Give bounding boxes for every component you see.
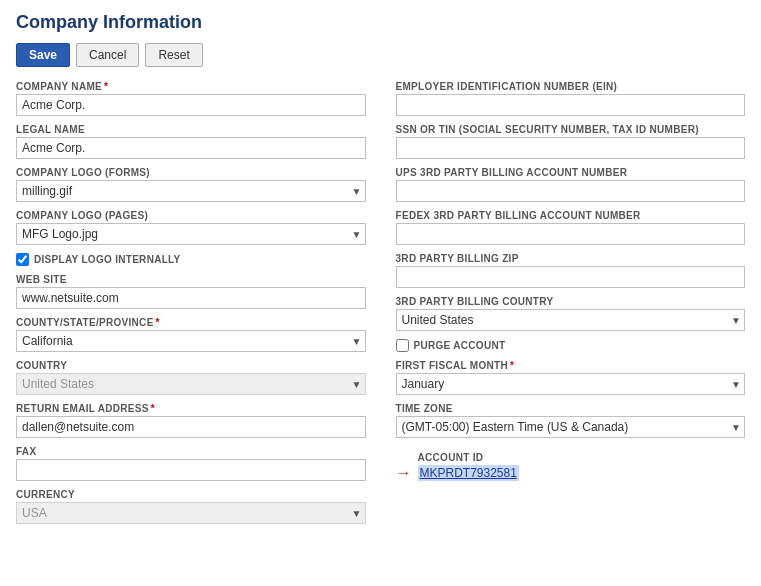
county-state-province-select[interactable]: California [16, 330, 366, 352]
company-logo-forms-wrapper: milling.gif ▼ [16, 180, 366, 202]
account-id-value[interactable]: MKPRDT7932581 [418, 465, 519, 481]
toolbar: Save Cancel Reset [16, 43, 745, 67]
ups-billing-input[interactable] [396, 180, 746, 202]
form-layout: COMPANY NAME* LEGAL NAME COMPANY LOGO (F… [16, 81, 745, 532]
billing-zip-label: 3RD PARTY BILLING ZIP [396, 253, 746, 264]
time-zone-select[interactable]: (GMT-05:00) Eastern Time (US & Canada) [396, 416, 746, 438]
county-state-province-label: COUNTY/STATE/PROVINCE* [16, 317, 366, 328]
currency-label: CURRENCY [16, 489, 366, 500]
ssn-tin-input[interactable] [396, 137, 746, 159]
first-fiscal-month-select[interactable]: January [396, 373, 746, 395]
country-field: COUNTRY United States ▼ [16, 360, 366, 395]
web-site-input[interactable] [16, 287, 366, 309]
ein-label: EMPLOYER IDENTIFICATION NUMBER (EIN) [396, 81, 746, 92]
purge-account-checkbox[interactable] [396, 339, 409, 352]
page-title: Company Information [16, 12, 745, 33]
company-logo-forms-select[interactable]: milling.gif [16, 180, 366, 202]
ups-billing-label: UPS 3RD PARTY BILLING ACCOUNT NUMBER [396, 167, 746, 178]
country-label: COUNTRY [16, 360, 366, 371]
country-wrapper: United States ▼ [16, 373, 366, 395]
arrow-right-icon: → [396, 464, 412, 482]
time-zone-label: TIME ZONE [396, 403, 746, 414]
display-logo-row: DISPLAY LOGO INTERNALLY [16, 253, 366, 266]
ssn-tin-field: SSN OR TIN (SOCIAL SECURITY NUMBER, TAX … [396, 124, 746, 159]
display-logo-checkbox[interactable] [16, 253, 29, 266]
first-fiscal-month-field: FIRST FISCAL MONTH* January ▼ [396, 360, 746, 395]
legal-name-input[interactable] [16, 137, 366, 159]
county-state-province-field: COUNTY/STATE/PROVINCE* California ▼ [16, 317, 366, 352]
account-id-section: → ACCOUNT ID MKPRDT7932581 [396, 452, 746, 482]
legal-name-label: LEGAL NAME [16, 124, 366, 135]
ein-input[interactable] [396, 94, 746, 116]
billing-country-select[interactable]: United States [396, 309, 746, 331]
currency-select: USA [16, 502, 366, 524]
account-id-content: ACCOUNT ID MKPRDT7932581 [418, 452, 746, 481]
left-column: COMPANY NAME* LEGAL NAME COMPANY LOGO (F… [16, 81, 366, 532]
return-email-label: RETURN EMAIL ADDRESS* [16, 403, 366, 414]
ups-billing-field: UPS 3RD PARTY BILLING ACCOUNT NUMBER [396, 167, 746, 202]
first-fiscal-month-wrapper: January ▼ [396, 373, 746, 395]
billing-zip-input[interactable] [396, 266, 746, 288]
billing-country-wrapper: United States ▼ [396, 309, 746, 331]
web-site-field: WEB SITE [16, 274, 366, 309]
currency-wrapper: USA ▼ [16, 502, 366, 524]
save-button[interactable]: Save [16, 43, 70, 67]
display-logo-label: DISPLAY LOGO INTERNALLY [34, 254, 181, 265]
ssn-tin-label: SSN OR TIN (SOCIAL SECURITY NUMBER, TAX … [396, 124, 746, 135]
account-id-label: ACCOUNT ID [418, 452, 746, 463]
purge-account-row: PURGE ACCOUNT [396, 339, 746, 352]
country-select: United States [16, 373, 366, 395]
company-name-field: COMPANY NAME* [16, 81, 366, 116]
purge-account-label: PURGE ACCOUNT [414, 340, 506, 351]
fax-label: FAX [16, 446, 366, 457]
first-fiscal-month-label: FIRST FISCAL MONTH* [396, 360, 746, 371]
company-logo-pages-label: COMPANY LOGO (PAGES) [16, 210, 366, 221]
company-name-label: COMPANY NAME* [16, 81, 366, 92]
county-state-province-wrapper: California ▼ [16, 330, 366, 352]
fedex-billing-input[interactable] [396, 223, 746, 245]
billing-country-field: 3RD PARTY BILLING COUNTRY United States … [396, 296, 746, 331]
billing-zip-field: 3RD PARTY BILLING ZIP [396, 253, 746, 288]
fax-input[interactable] [16, 459, 366, 481]
fedex-billing-field: FEDEX 3RD PARTY BILLING ACCOUNT NUMBER [396, 210, 746, 245]
fax-field: FAX [16, 446, 366, 481]
cancel-button[interactable]: Cancel [76, 43, 139, 67]
right-column: EMPLOYER IDENTIFICATION NUMBER (EIN) SSN… [396, 81, 746, 532]
company-logo-forms-label: COMPANY LOGO (FORMS) [16, 167, 366, 178]
return-email-input[interactable] [16, 416, 366, 438]
company-logo-pages-field: COMPANY LOGO (PAGES) MFG Logo.jpg ▼ [16, 210, 366, 245]
return-email-field: RETURN EMAIL ADDRESS* [16, 403, 366, 438]
reset-button[interactable]: Reset [145, 43, 202, 67]
time-zone-field: TIME ZONE (GMT-05:00) Eastern Time (US &… [396, 403, 746, 438]
ein-field: EMPLOYER IDENTIFICATION NUMBER (EIN) [396, 81, 746, 116]
currency-field: CURRENCY USA ▼ [16, 489, 366, 524]
billing-country-label: 3RD PARTY BILLING COUNTRY [396, 296, 746, 307]
fedex-billing-label: FEDEX 3RD PARTY BILLING ACCOUNT NUMBER [396, 210, 746, 221]
company-logo-pages-wrapper: MFG Logo.jpg ▼ [16, 223, 366, 245]
company-name-input[interactable] [16, 94, 366, 116]
legal-name-field: LEGAL NAME [16, 124, 366, 159]
company-logo-forms-field: COMPANY LOGO (FORMS) milling.gif ▼ [16, 167, 366, 202]
web-site-label: WEB SITE [16, 274, 366, 285]
time-zone-wrapper: (GMT-05:00) Eastern Time (US & Canada) ▼ [396, 416, 746, 438]
company-logo-pages-select[interactable]: MFG Logo.jpg [16, 223, 366, 245]
